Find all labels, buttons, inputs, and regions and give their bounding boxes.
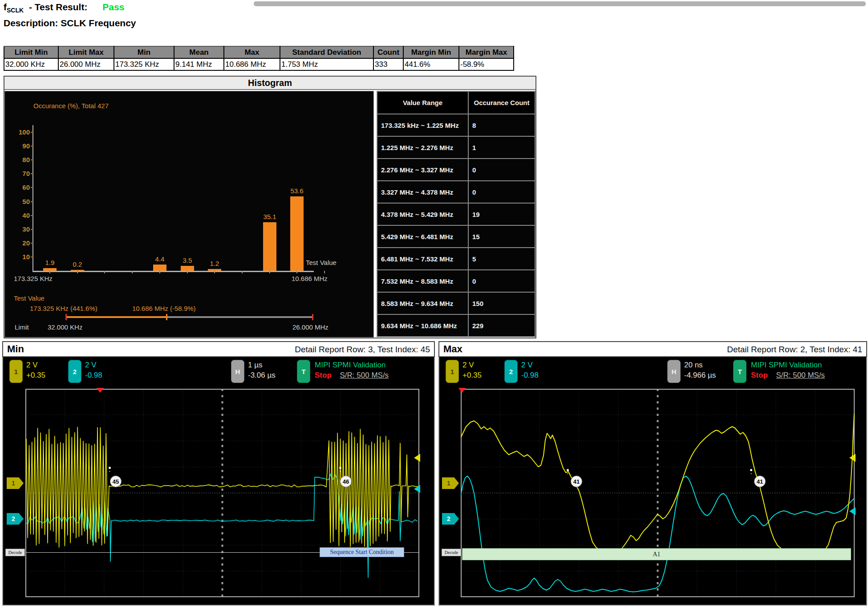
value-limit-max: 26.000 MHz [58,58,114,70]
range-cell: 4.378 MHz ~ 5.429 MHz [377,203,468,225]
x-tick-mark [132,271,133,273]
statistics-table: Limit Min Limit Max Min Mean Max Standar… [4,46,514,71]
channel2-badge: 2 [504,360,518,383]
col-max: Max [224,46,280,58]
measure-probe-icon [339,467,341,469]
min-waveform-grid [25,389,419,597]
table-row: 9.634 MHz ~ 10.686 MHz229 [377,314,535,337]
bar-value-label: 3.5 [175,257,200,264]
bar-value-label: 1.2 [202,260,227,267]
channel2-trigger-arrow-icon [849,507,856,515]
trigger-badge: T [733,360,746,383]
col-value-range: Value Range [377,91,468,114]
channel2-offset: -0.98 [521,370,539,380]
channel1-badge: 1 [9,360,23,383]
bar-value-label: 53.6 [284,187,309,195]
col-limit-max: Limit Max [58,46,114,58]
histogram-section: Histogram Occurance (%), Total 427 10203… [4,76,536,338]
y-tick-mark [31,146,33,147]
horizontal-settings: 20 ns -4.966 µs [684,360,716,380]
histogram-y-axis [32,125,33,271]
col-std-dev: Standard Deviation [280,46,373,58]
y-tick-label: 60 [11,183,30,191]
col-limit-min: Limit Min [4,46,58,58]
channel1-trigger-arrow-icon [849,454,856,462]
decode-row-label: Decode [442,549,461,556]
col-margin-max: Margin Max [459,46,514,58]
decode-annotation-bar: A1 [462,548,851,560]
screenshot-artifact-strip [254,1,866,6]
trigger-badge: T [297,360,310,383]
y-tick-label: 40 [11,212,30,219]
limit-min-value: 32.000 KHz [48,323,82,331]
y-tick-label: 50 [11,198,30,205]
sample-rate: S/R: 500 MS/s [340,371,389,379]
bar-value-label: 4.4 [147,255,172,263]
histogram-bar [290,196,304,271]
y-tick-mark [31,187,33,188]
histogram-bar [153,265,166,271]
histogram-bar [263,222,276,271]
decode-annotation: A1 [653,551,660,558]
histogram-bar [181,266,194,271]
range-cell: 6.481 MHz ~ 7.532 MHz [377,248,468,270]
range-cell: 7.532 MHz ~ 8.583 MHz [377,270,468,292]
channel1-ground-flag: 1 [442,477,459,489]
count-cell: 8 [468,114,535,136]
x-tick-mark [324,271,325,273]
statistics-value-row: 32.000 KHz 26.000 MHz 173.325 KHz 9.141 … [4,58,514,70]
table-row: 8.583 MHz ~ 9.634 MHz150 [377,292,535,314]
limit-label: Limit [15,323,29,331]
count-cell: 19 [468,203,535,225]
decode-row-label: Decode [5,549,25,556]
table-row: 2.276 MHz ~ 3.327 MHz0 [377,159,535,181]
event-marker: 46 [340,476,352,487]
x-axis-title: Test Value [306,259,337,266]
count-cell: 15 [468,225,535,248]
col-min: Min [114,46,174,58]
horizontal-badge: H [231,360,244,383]
test-value-min: 173.325 KHz (441.6%) [30,305,97,312]
y-tick-label: 10 [11,253,30,261]
channel2-scale: 2 V [521,360,539,370]
limit-max-tick [312,314,313,320]
limit-min-tick [65,314,67,320]
histogram-title: Histogram [4,77,535,90]
timebase-scale: 1 µs [248,360,276,370]
bar-value-label: 0.2 [65,261,90,268]
count-cell: 150 [468,292,535,314]
event-marker: 41 [754,476,766,487]
min-scope-screenshot: 1 2 V +0.35 2 2 V -0.98 H 1 µs -3.06 µs … [2,357,435,606]
count-cell: 1 [468,136,535,159]
max-waveform-grid [461,389,855,597]
y-tick-mark [31,173,33,174]
value-range-header-row: Value Range Occurance Count [377,91,535,114]
col-margin-min: Margin Min [403,46,459,58]
statistics-header-row: Limit Min Limit Max Min Mean Max Standar… [4,46,514,58]
test-result-line: fSCLK - Test Result: Pass [4,0,136,17]
test-value-label: Test Value [14,294,45,302]
table-row: 4.378 MHz ~ 5.429 MHz19 [377,203,535,225]
x-tick-mark [269,271,270,273]
histogram-x-axis [32,271,314,272]
report-header: fSCLK - Test Result: Pass Description: S… [4,0,136,29]
range-cell: 173.325 kHz ~ 1.225 MHz [377,114,468,136]
acquisition-state: Stop [751,371,768,379]
test-result-value: Pass [102,2,124,12]
bar-value-label: 1.9 [37,259,62,266]
timebase-delay: -4.966 µs [684,370,716,380]
y-tick-label: 70 [11,170,30,177]
channel1-badge: 1 [446,360,459,383]
x-tick-mark [242,271,243,273]
channel2-scale: 2 V [85,360,102,370]
y-tick-label: 100 [11,128,30,136]
measure-probe-icon [109,467,111,469]
test-symbol: f [4,2,7,12]
channel2-settings: 2 V -0.98 [85,360,102,380]
test-symbol-subscript: SCLK [7,7,24,14]
value-count: 333 [373,58,403,70]
x-tick-mark [214,271,215,273]
table-row: 7.532 MHz ~ 8.583 MHz0 [377,270,535,292]
test-value-max: 10.686 MHz (-58.9%) [132,305,196,312]
value-min: 173.325 KHz [114,58,174,70]
